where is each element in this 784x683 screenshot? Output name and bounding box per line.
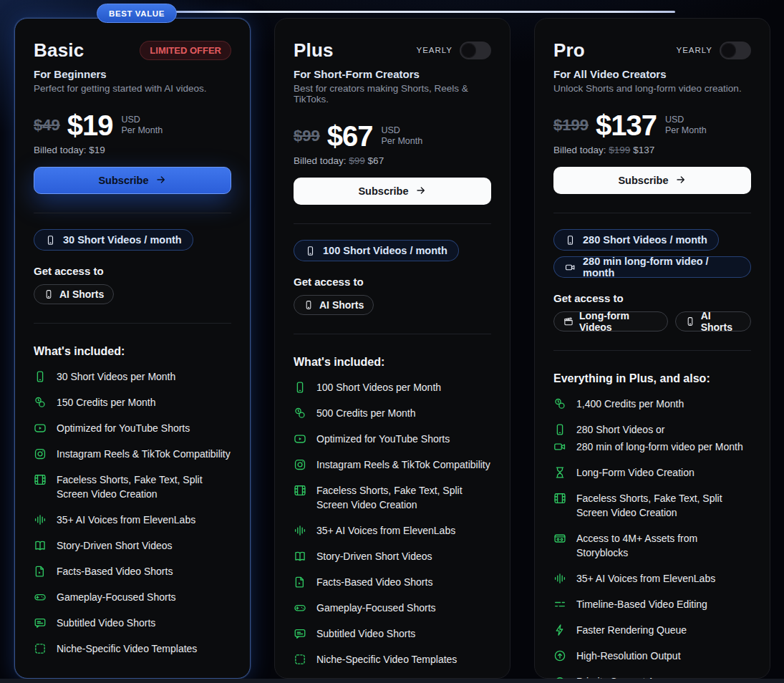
yearly-toggle[interactable] xyxy=(460,42,491,59)
plan-cards: Basic LIMITED OFFER For Beginners Perfec… xyxy=(14,18,770,679)
access-pills: AI Shorts xyxy=(34,284,231,304)
billed-now-price: $19 xyxy=(89,145,105,155)
phone-icon xyxy=(44,289,54,299)
old-price: $199 xyxy=(553,116,589,135)
access-pill-label: AI Shorts xyxy=(701,310,741,333)
quota-pill: 100 Short Videos / month xyxy=(294,240,459,261)
access-pills: Long-form VideosAI Shorts xyxy=(553,311,751,331)
feature-item: Story-Driven Short Videos xyxy=(294,549,491,563)
coins-icon xyxy=(34,396,47,409)
feature-item: 1,400 Credits per Month xyxy=(553,397,751,411)
coins-icon xyxy=(294,407,306,420)
card-header: Basic LIMITED OFFER xyxy=(34,39,231,62)
current-price: $137 xyxy=(596,110,657,142)
subscribe-button[interactable]: Subscribe xyxy=(294,178,491,205)
access-pill-label: Long-form Videos xyxy=(579,310,658,333)
plan-title: Plus xyxy=(294,39,334,62)
feature-label: 280 min of long-form video per Month xyxy=(576,440,743,454)
feature-label: Access to 4M+ Assets from Storyblocks xyxy=(576,531,751,560)
yearly-toggle[interactable] xyxy=(720,42,751,59)
feature-item: High-Resolution Output xyxy=(553,649,751,663)
feature-list: 100 Short Videos per Month500 Credits pe… xyxy=(294,380,491,667)
subscribe-button[interactable]: Subscribe xyxy=(553,167,751,194)
subscribe-label: Subscribe xyxy=(618,175,668,186)
feature-label: Optimized for YouTube Shorts xyxy=(57,421,190,435)
feature-label: Niche-Specific Video Templates xyxy=(57,641,197,656)
yearly-label: YEARLY xyxy=(676,46,712,54)
feature-item: Optimized for YouTube Shorts xyxy=(34,421,231,435)
plan-audience: For Beginners xyxy=(34,68,231,80)
feature-label: Subtitled Video Shorts xyxy=(57,616,155,630)
videocam-icon xyxy=(553,440,566,453)
toggle-knob xyxy=(461,43,476,58)
subtitles-icon xyxy=(294,627,306,640)
feature-item: Faceless Shorts, Fake Text, Split Screen… xyxy=(294,483,491,512)
phone-icon xyxy=(553,423,566,436)
feature-item: Access to 4M+ Assets from Storyblocks xyxy=(553,531,751,560)
film-icon xyxy=(34,473,47,486)
plan-card-basic: Basic LIMITED OFFER For Beginners Perfec… xyxy=(14,18,251,679)
feature-item: Facts-Based Video Shorts xyxy=(294,575,491,589)
plan-audience: For All Video Creators xyxy=(553,68,751,80)
feature-label: Instagram Reels & TikTok Compatibility xyxy=(57,447,231,461)
feature-item: Subtitled Video Shorts xyxy=(34,616,231,630)
period-label: Per Month xyxy=(381,136,422,147)
uparrow-icon xyxy=(553,649,566,662)
included-heading: What's included: xyxy=(294,356,491,370)
quota-pill-label: 280 min long-form video / month xyxy=(583,256,740,278)
plan-audience: For Short-Form Creators xyxy=(294,68,491,80)
feature-label: Faceless Shorts, Fake Text, Split Screen… xyxy=(316,483,491,512)
feature-item: Niche-Specific Video Templates xyxy=(294,652,491,667)
billed-prefix: Billed today: xyxy=(34,145,87,155)
arrow-right-icon xyxy=(415,185,427,198)
subscribe-button[interactable]: Subscribe xyxy=(34,167,231,194)
quota-pill-label: 100 Short Videos / month xyxy=(323,245,447,256)
price-row: $199 $137 USD Per Month xyxy=(553,110,751,141)
facts-icon xyxy=(294,576,306,588)
phone-icon xyxy=(305,246,316,256)
bottom-strip xyxy=(0,679,784,683)
plan-card-pro: Pro YEARLY For All Video Creators Unlock… xyxy=(534,18,770,679)
feature-label: 35+ AI Voices from ElevenLabs xyxy=(576,571,715,586)
feature-label: High-Resolution Output xyxy=(576,649,681,663)
feature-label: 150 Credits per Month xyxy=(57,395,156,410)
feature-label: Story-Driven Short Videos xyxy=(316,549,432,563)
best-value-badge: BEST VALUE xyxy=(97,4,177,23)
billed-old-price: $199 xyxy=(609,145,630,155)
feature-label: Timeline-Based Video Editing xyxy=(576,597,707,611)
feature-label: 30 Short Videos per Month xyxy=(57,369,175,384)
quota-pill: 280 Short Videos / month xyxy=(553,229,719,251)
feature-item: 30 Short Videos per Month xyxy=(34,369,231,384)
template-icon xyxy=(34,642,47,655)
card-header: Plus YEARLY xyxy=(294,39,491,62)
billed-today: Billed today: $19 xyxy=(34,145,231,157)
feature-label: Subtitled Video Shorts xyxy=(316,626,415,641)
access-pills: AI Shorts xyxy=(294,295,491,315)
access-pill: AI Shorts xyxy=(294,295,374,315)
feature-label: 35+ AI Voices from ElevenLabs xyxy=(57,513,195,527)
storyblocks-icon xyxy=(553,532,566,545)
quota-pills: 30 Short Videos / month xyxy=(34,229,231,251)
billed-today: Billed today: $199 $137 xyxy=(553,145,751,157)
feature-item: Faceless Shorts, Fake Text, Split Screen… xyxy=(553,491,751,520)
period-label: Per Month xyxy=(665,125,707,136)
youtube-icon xyxy=(34,422,47,435)
currency-label: USD xyxy=(381,125,422,136)
facts-icon xyxy=(34,565,47,578)
youtube-icon xyxy=(294,432,306,445)
quota-pill-label: 280 Short Videos / month xyxy=(583,234,707,246)
billed-prefix: Billed today: xyxy=(553,145,606,155)
access-heading: Get access to xyxy=(34,265,231,278)
current-price: $67 xyxy=(327,120,373,152)
pricing-page: BEST VALUE Basic LIMITED OFFER For Begin… xyxy=(0,0,784,683)
subscribe-label: Subscribe xyxy=(358,185,408,197)
access-heading: Get access to xyxy=(294,276,491,289)
plan-title: Pro xyxy=(553,39,585,62)
access-pill: AI Shorts xyxy=(34,284,114,304)
feature-list: 30 Short Videos per Month150 Credits per… xyxy=(34,369,231,656)
divider xyxy=(34,323,231,324)
feature-label: Faceless Shorts, Fake Text, Split Screen… xyxy=(57,473,231,501)
feature-label: 1,400 Credits per Month xyxy=(576,397,684,411)
feature-item: Faster Rendering Queue xyxy=(553,623,751,637)
billed-now-price: $137 xyxy=(633,145,654,155)
